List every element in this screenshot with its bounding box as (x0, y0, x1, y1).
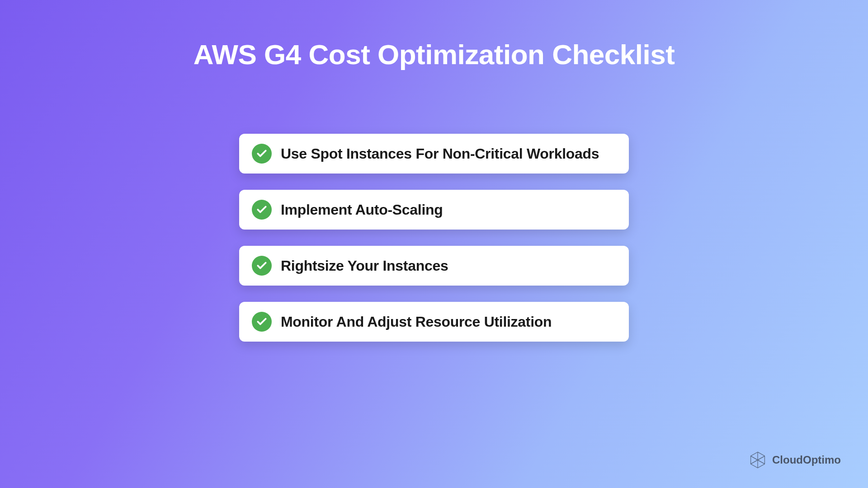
svg-line-4 (751, 456, 758, 460)
checklist-item: Rightsize Your Instances (239, 246, 629, 286)
checklist-item-label: Implement Auto-Scaling (281, 202, 443, 218)
checklist-item-label: Monitor And Adjust Resource Utilization (281, 314, 552, 330)
check-icon (252, 144, 272, 164)
svg-line-6 (751, 460, 758, 464)
brand-name: CloudOptimo (772, 454, 841, 466)
check-icon (252, 312, 272, 332)
checklist-item: Implement Auto-Scaling (239, 190, 629, 230)
checklist-item: Monitor And Adjust Resource Utilization (239, 302, 629, 342)
checklist-container: Use Spot Instances For Non-Critical Work… (239, 134, 629, 342)
checklist-item-label: Use Spot Instances For Non-Critical Work… (281, 145, 599, 162)
svg-line-7 (758, 460, 764, 464)
page-title: AWS G4 Cost Optimization Checklist (0, 0, 868, 70)
logo-icon (748, 450, 768, 470)
svg-line-5 (758, 456, 764, 460)
check-icon (252, 200, 272, 220)
checklist-item-label: Rightsize Your Instances (281, 258, 448, 274)
checklist-item: Use Spot Instances For Non-Critical Work… (239, 134, 629, 174)
brand-logo: CloudOptimo (748, 450, 841, 470)
check-icon (252, 256, 272, 276)
